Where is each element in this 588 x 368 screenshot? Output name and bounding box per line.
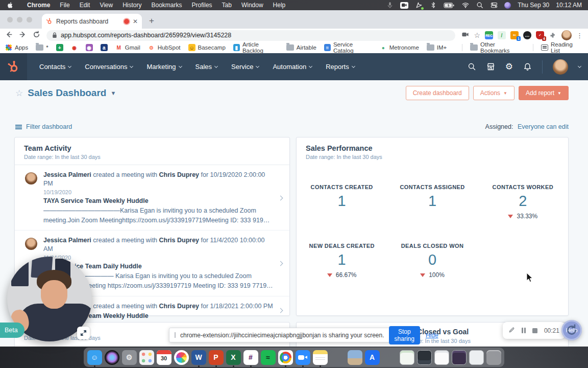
create-dashboard-button[interactable]: Create dashboard <box>406 86 469 100</box>
hide-link[interactable]: Hide <box>426 332 438 339</box>
bookmark-im-plus[interactable]: IM+ <box>427 44 447 51</box>
search-icon[interactable] <box>468 62 476 71</box>
extension-eyedropper-icon[interactable]: / <box>498 31 506 39</box>
dock-window-4[interactable] <box>451 348 467 367</box>
dock-notes[interactable] <box>312 348 328 367</box>
metric-value[interactable]: 1 <box>297 251 387 268</box>
menu-item[interactable]: Profiles <box>192 2 212 9</box>
notifications-bell-icon[interactable] <box>523 62 532 71</box>
spotlight-search-icon[interactable] <box>476 2 483 9</box>
bookmark-apps[interactable]: Apps <box>5 44 28 51</box>
tab-sharing-camera-icon[interactable] <box>461 31 469 40</box>
extensions-puzzle-icon[interactable] <box>549 31 557 39</box>
back-button[interactable] <box>5 31 13 40</box>
window-controls[interactable] <box>7 17 32 22</box>
close-window-button[interactable] <box>7 17 13 22</box>
metric-value[interactable]: 1 <box>387 193 477 210</box>
annotate-pencil-icon[interactable] <box>508 326 515 335</box>
chevron-down-icon[interactable] <box>578 64 581 67</box>
bookmark-metronome[interactable]: ● Metronome <box>380 44 419 51</box>
nav-item[interactable]: Reports <box>326 63 355 71</box>
hubspot-user-avatar[interactable] <box>553 59 568 75</box>
browser-menu-icon[interactable]: ⋮ <box>576 32 583 39</box>
browser-profile-avatar[interactable] <box>561 30 572 40</box>
dock-finder[interactable]: ☺ <box>87 348 102 367</box>
camera-status-icon[interactable] <box>400 2 408 9</box>
bookmark-airtable[interactable]: Airtable <box>286 44 316 51</box>
dock-powerpoint[interactable]: P <box>208 348 224 367</box>
menu-bar-clock[interactable]: 10:12 AM <box>556 2 582 9</box>
minimize-window-button[interactable] <box>17 17 22 22</box>
dock-siri[interactable] <box>104 348 119 367</box>
dock-window-5[interactable] <box>469 348 484 367</box>
tab-close-icon[interactable]: ✕ <box>133 18 138 25</box>
extension-shield-icon[interactable]: ✓4 <box>536 31 544 39</box>
reload-button[interactable] <box>33 31 40 40</box>
dock-calendar[interactable]: 30 <box>156 348 172 367</box>
apple-menu-icon[interactable] <box>6 2 14 9</box>
menu-item[interactable]: History <box>122 2 141 9</box>
menu-item[interactable]: File <box>60 2 69 9</box>
metric-value[interactable]: 2 <box>478 193 568 210</box>
metric-value[interactable]: 0 <box>387 251 477 268</box>
bookmark-sheets[interactable]: + <box>56 44 63 51</box>
dock-word[interactable]: W <box>191 348 206 367</box>
menu-item[interactable]: Help <box>273 2 286 9</box>
nav-item[interactable]: Automation <box>273 63 312 71</box>
control-center-icon[interactable] <box>490 2 498 9</box>
bookmark-gmail[interactable]: M Gmail <box>115 44 140 51</box>
dock-launchpad[interactable] <box>139 348 154 367</box>
menu-item[interactable]: View <box>100 2 113 9</box>
menu-extra-app-icon[interactable] <box>504 2 511 9</box>
url-text[interactable]: app.hubspot.com/reports-dashboard/265992… <box>61 32 231 39</box>
dock-chrome[interactable] <box>278 348 293 367</box>
filter-dashboard-button[interactable]: Filter dashboard <box>15 123 72 130</box>
dock-divider-2[interactable] <box>382 348 397 367</box>
pause-recording-icon[interactable] <box>522 328 526 333</box>
bookmark-article-backlog[interactable]: ▮ Article Backlog <box>233 41 279 54</box>
stop-recording-icon[interactable] <box>532 328 537 333</box>
settings-gear-icon[interactable]: ⚙ <box>505 61 513 72</box>
bookmark-red-circle[interactable]: ◉ <box>71 44 78 51</box>
favorite-star-icon[interactable]: ☆ <box>15 88 23 99</box>
nav-item[interactable]: Service <box>231 63 259 71</box>
bookmark-purple-circle[interactable]: ◉ <box>86 44 93 51</box>
bookmark-folder-star[interactable]: * <box>36 44 48 51</box>
marketplace-icon[interactable] <box>486 62 495 71</box>
menu-item[interactable]: Window <box>241 2 263 9</box>
bookmark-service-catalog[interactable]: ≡ Service Catalog <box>324 41 372 54</box>
extension-rec-icon[interactable]: REC <box>485 31 493 39</box>
hubspot-logo[interactable] <box>0 53 27 80</box>
dock-settings[interactable]: ⚙ <box>121 348 137 367</box>
new-tab-button[interactable]: + <box>149 16 154 25</box>
dock-desktop-folder[interactable] <box>347 348 362 367</box>
menu-item[interactable]: Chrome <box>27 2 50 9</box>
nav-item[interactable]: Conversations <box>85 63 133 71</box>
bookmark-hubspot[interactable]: ⚙ HubSpot <box>148 44 181 51</box>
dock-window-1[interactable] <box>399 348 414 367</box>
dock-spotify[interactable]: ≈ <box>260 348 276 367</box>
zoom-window-button[interactable] <box>27 17 32 22</box>
chevron-right-icon[interactable] <box>278 308 283 313</box>
nav-item[interactable]: Sales <box>195 63 218 71</box>
dashboard-picker-caret-icon[interactable]: ▼ <box>110 90 116 96</box>
drag-handle-icon[interactable] <box>175 332 176 338</box>
nav-item[interactable]: Marketing <box>146 63 181 71</box>
menu-bar-date[interactable]: Thu Sep 30 <box>518 2 549 9</box>
dock-window-2[interactable] <box>416 348 432 367</box>
dock-excel[interactable]: X <box>226 348 241 367</box>
dock-slack[interactable]: # <box>243 348 258 367</box>
menu-item[interactable]: Tab <box>222 2 232 9</box>
forward-button[interactable] <box>19 31 27 40</box>
help-beacon[interactable]: Help <box>561 320 582 340</box>
bluetooth-icon[interactable] <box>429 2 437 9</box>
nav-item[interactable]: Contacts <box>39 63 71 71</box>
wifi-icon[interactable] <box>461 2 469 9</box>
actions-button[interactable]: Actions▼ <box>473 86 514 100</box>
metric-value[interactable]: 1 <box>297 193 387 210</box>
tab-reports-dashboard[interactable]: Reports dashboard ✕ <box>42 14 142 29</box>
dock-photos[interactable] <box>174 348 189 367</box>
chevron-right-icon[interactable] <box>278 195 283 200</box>
bookmark-blue-a[interactable]: a <box>101 44 108 51</box>
extension-dark-icon[interactable]: … <box>523 31 531 39</box>
